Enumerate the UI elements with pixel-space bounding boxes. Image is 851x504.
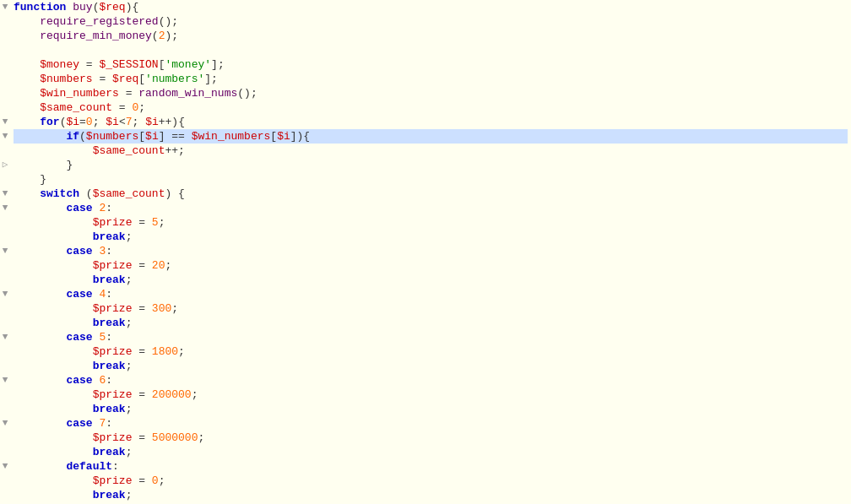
kw-token: case (66, 244, 92, 258)
plain-token: ]; (204, 72, 218, 86)
plain-token (14, 72, 40, 86)
fn-token: random_win_nums (138, 86, 237, 100)
fold-marker (0, 100, 10, 115)
var-token: $i (106, 115, 119, 129)
kw-token: break (93, 402, 126, 416)
code-line (14, 43, 848, 57)
plain-token: ; (126, 488, 133, 502)
var-token: $prize (93, 215, 133, 230)
kw-token: break (93, 273, 126, 287)
code-line: $win_numbers = random_win_nums(); (14, 86, 848, 100)
var-token: $prize (93, 431, 133, 445)
plain-token (93, 330, 100, 344)
var-token: $i (66, 115, 79, 129)
code-line: $prize = 0; (14, 474, 848, 488)
plain-token (93, 416, 100, 431)
fn-token: buy (73, 0, 92, 14)
fold-marker (0, 387, 10, 402)
fold-marker[interactable]: ▷ (0, 158, 10, 172)
kw-token: for (40, 115, 59, 129)
plain-token: [ (159, 57, 165, 72)
code-line: break; (14, 402, 848, 416)
fold-marker[interactable]: ▼ (0, 373, 10, 387)
fold-marker[interactable]: ▼ (0, 287, 10, 301)
plain-token (14, 187, 40, 201)
num-token: 6 (99, 373, 106, 387)
fold-marker (0, 431, 10, 445)
plain-token: (); (237, 86, 257, 100)
var-token: $prize (93, 344, 133, 359)
plain-token (14, 416, 66, 431)
plain-token: } (14, 158, 73, 172)
var-token: $i (145, 129, 159, 144)
plain-token: ++){ (159, 115, 185, 129)
fold-marker (0, 14, 10, 29)
plain-token (14, 244, 66, 258)
plain-token: : (106, 416, 112, 431)
code-line: switch ($same_count) { (14, 187, 848, 201)
plain-token: : (112, 459, 119, 474)
var-token: $i (145, 115, 159, 129)
plain-token: = (79, 115, 86, 129)
code-line: $same_count++; (14, 144, 848, 158)
num-token: 0 (152, 474, 159, 488)
plain-token (93, 201, 100, 215)
kw-token: function (14, 0, 66, 14)
plain-token: ] == (159, 129, 192, 144)
var-token: $_SESSION (99, 57, 158, 72)
fold-marker[interactable]: ▼ (0, 0, 10, 14)
code-line: $prize = 20; (14, 258, 848, 273)
code-line: case 3: (14, 244, 848, 258)
var-token: $i (277, 129, 290, 144)
num-token: 200000 (152, 387, 192, 402)
plain-token (14, 273, 93, 287)
plain-token (14, 301, 93, 316)
var-token: $prize (93, 474, 133, 488)
code-editor: ▼▼▼▷▼▼▼▼▼▼▼▼▷ function buy($req){ requir… (0, 0, 851, 504)
num-token: 1800 (152, 344, 178, 359)
code-line: $prize = 5000000; (14, 431, 848, 445)
code-line: require_min_money(2); (14, 29, 848, 43)
fold-marker[interactable]: ▼ (0, 129, 10, 144)
plain-token: [ (138, 72, 145, 86)
fold-marker[interactable]: ▼ (0, 330, 10, 344)
kw-token: break (93, 488, 126, 502)
num-token: 3 (99, 244, 106, 258)
fold-marker[interactable]: ▼ (0, 459, 10, 474)
code-line: case 7: (14, 416, 848, 431)
plain-token: : (106, 330, 112, 344)
kw-token: break (93, 359, 126, 373)
plain-token: < (119, 115, 126, 129)
plain-token: ; (165, 258, 171, 273)
plain-token: : (106, 287, 112, 301)
plain-token: ; (126, 230, 133, 244)
var-token: $money (40, 57, 79, 72)
num-token: 5 (152, 215, 159, 230)
fold-marker (0, 144, 10, 158)
fold-marker[interactable]: ▼ (0, 416, 10, 431)
plain-token (14, 474, 93, 488)
fold-marker[interactable]: ▼ (0, 115, 10, 129)
fold-marker[interactable]: ▼ (0, 201, 10, 215)
plain-token (14, 129, 66, 144)
code-line: break; (14, 359, 848, 373)
code-line: function buy($req){ (14, 0, 848, 14)
plain-token (14, 201, 66, 215)
plain-token: = (132, 258, 151, 273)
plain-token: = (132, 344, 151, 359)
plain-token (14, 373, 66, 387)
code-line: for($i=0; $i<7; $i++){ (14, 115, 848, 129)
plain-token (14, 445, 93, 459)
code-line: break; (14, 445, 848, 459)
fold-marker[interactable]: ▼ (0, 244, 10, 258)
plain-token (14, 402, 93, 416)
plain-token: = (79, 57, 99, 72)
plain-token (14, 144, 93, 158)
fold-marker (0, 474, 10, 488)
kw-token: case (66, 416, 92, 431)
fold-marker[interactable]: ▼ (0, 187, 10, 201)
plain-token: = (132, 215, 151, 230)
plain-token (14, 344, 93, 359)
plain-token (14, 258, 93, 273)
plain-token: = (112, 100, 132, 115)
